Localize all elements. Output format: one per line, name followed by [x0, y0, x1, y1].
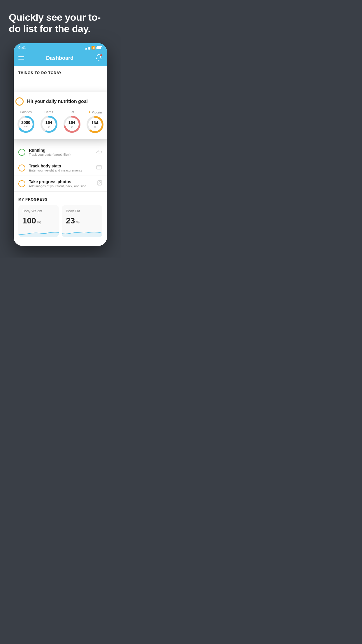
progress-cards: Body Weight 100 kg Body Fat: [18, 205, 102, 237]
shoe-icon: [96, 149, 102, 155]
nutrition-grid: Calories 2000 cal: [15, 110, 105, 134]
calories-label: Calories: [20, 110, 31, 114]
content-area: THINGS TO DO TODAY Hit your daily nutrit…: [14, 66, 107, 246]
svg-point-12: [99, 181, 101, 183]
todo-title-body-stats: Track body stats: [29, 164, 92, 168]
todo-circle-running: [18, 149, 25, 156]
todo-sub-running: Track your stats (target: 5km): [29, 153, 92, 156]
progress-section-label: MY PROGRESS: [18, 197, 102, 202]
todo-info-running: Running Track your stats (target: 5km): [29, 148, 92, 156]
todo-circle-progress-photos: [18, 180, 25, 187]
todo-list: Running Track your stats (target: 5km): [14, 144, 107, 192]
signal-icon: [85, 46, 90, 50]
todo-title-running: Running: [29, 148, 92, 153]
fat-label: Fat: [70, 110, 74, 114]
carbs-label: Carbs: [45, 110, 53, 114]
status-icons: 📶: [85, 46, 102, 50]
star-icon: ★: [88, 110, 91, 114]
hero-title: Quickly see your to-do list for the day.: [9, 12, 112, 34]
task-circle: [15, 97, 24, 106]
status-bar: 9:41 📶: [14, 43, 107, 51]
todo-item-body-stats[interactable]: Track body stats Enter your weight and m…: [14, 160, 107, 176]
nutrition-protein: ★ Protein 164 g: [85, 110, 105, 134]
status-time: 9:41: [18, 46, 26, 50]
scale-icon: [96, 164, 102, 171]
notification-button[interactable]: [95, 54, 102, 62]
nutrition-carbs: Carbs 164 g: [38, 110, 59, 134]
calories-donut: 2000 cal: [17, 115, 35, 134]
todo-item-progress-photos[interactable]: Take progress photos Add images of your …: [14, 176, 107, 192]
page-wrapper: Quickly see your to-do list for the day.…: [0, 0, 121, 258]
todo-sub-body-stats: Enter your weight and measurements: [29, 169, 92, 172]
todo-sub-progress-photos: Add images of your front, back, and side: [29, 184, 94, 188]
app-header: Dashboard: [14, 51, 107, 66]
progress-card-weight-title: Body Weight: [22, 209, 55, 213]
progress-card-weight: Body Weight 100 kg: [18, 205, 59, 237]
phone-frame: 9:41 📶 Dashboard: [14, 43, 107, 246]
todo-item-running[interactable]: Running Track your stats (target: 5km): [14, 144, 107, 160]
nutrition-fat: Fat 164 g: [61, 110, 82, 134]
header-title: Dashboard: [46, 55, 73, 61]
card-title-row: Hit your daily nutrition goal: [15, 97, 105, 106]
carbs-donut: 164 g: [40, 115, 58, 134]
progress-card-fat: Body Fat 23 %: [62, 205, 102, 237]
nutrition-card: Hit your daily nutrition goal Calories 2: [14, 92, 107, 139]
todo-info-progress-photos: Take progress photos Add images of your …: [29, 179, 94, 188]
progress-card-fat-title: Body Fat: [66, 209, 98, 213]
nutrition-calories: Calories 2000 cal: [15, 110, 36, 134]
fat-unit: %: [76, 220, 80, 224]
protein-label: ★ Protein: [88, 110, 102, 114]
fat-donut: 164 g: [63, 115, 81, 134]
progress-card-weight-value: 100 kg: [22, 216, 55, 225]
person-icon: [97, 180, 102, 187]
fat-number: 23: [66, 216, 75, 225]
todo-title-progress-photos: Take progress photos: [29, 179, 94, 184]
menu-button[interactable]: [18, 56, 24, 60]
protein-donut: 164 g: [86, 115, 104, 134]
progress-card-fat-value: 23 %: [66, 216, 98, 225]
things-section-label: THINGS TO DO TODAY: [14, 66, 107, 78]
nutrition-card-title: Hit your daily nutrition goal: [27, 99, 88, 104]
wifi-icon: 📶: [91, 46, 95, 50]
progress-section: MY PROGRESS Body Weight 100 kg: [14, 192, 107, 240]
todo-circle-body-stats: [18, 164, 25, 172]
todo-info-body-stats: Track body stats Enter your weight and m…: [29, 164, 92, 172]
battery-icon: [96, 46, 102, 49]
weight-unit: kg: [37, 220, 41, 224]
hero-section: Quickly see your to-do list for the day.: [0, 0, 121, 40]
weight-number: 100: [22, 216, 36, 225]
